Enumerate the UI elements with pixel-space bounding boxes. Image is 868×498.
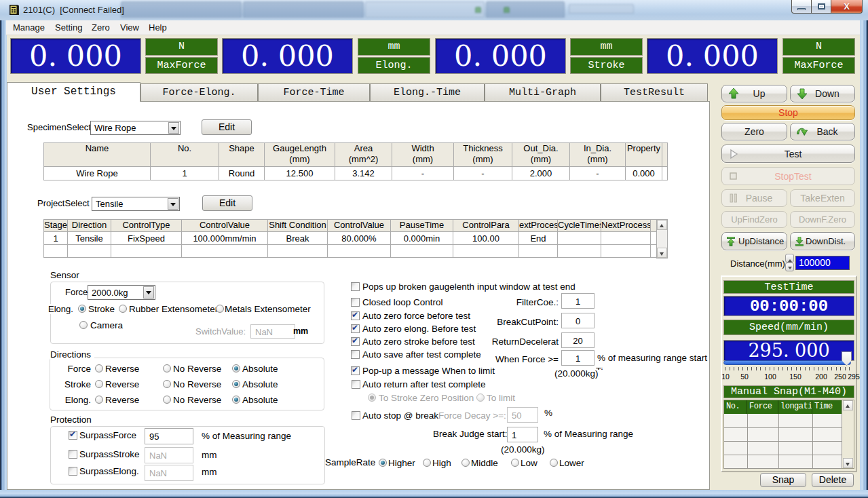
checkbox-surpasselong[interactable] [69, 467, 77, 476]
checkbox-option-6[interactable] [351, 366, 360, 375]
downdist-button[interactable]: DownDist. [790, 232, 855, 250]
sensor-group-title: Sensor [50, 270, 83, 280]
project-edit-button[interactable]: Edit [202, 195, 252, 211]
tab-testresult[interactable]: TestResult [601, 83, 708, 102]
scroll-down-icon[interactable] [657, 248, 667, 258]
project-table-row[interactable]: 1TensileFixSpeed100.000mm/minBreak80.000… [44, 232, 657, 245]
background-window-ghost [121, 1, 242, 18]
radio-elong-reverse[interactable] [95, 396, 103, 404]
param-input[interactable]: 1 [561, 350, 595, 366]
distance-input[interactable]: 100000 [795, 256, 850, 270]
radio-samplerate-lower[interactable] [550, 459, 558, 467]
checkbox-option-2[interactable] [351, 311, 360, 320]
menu-item-help[interactable]: Help [149, 22, 167, 33]
dropdown-arrow-icon[interactable] [143, 286, 154, 299]
scroll-up-icon[interactable] [843, 400, 853, 410]
back-button[interactable]: Back [790, 123, 855, 140]
switch-value-input[interactable]: NaN [250, 324, 295, 339]
dropdown-arrow-icon[interactable] [168, 122, 179, 134]
specimen-table-row[interactable]: Wire Rope1Round12.5003.142--2.000-0.000 [44, 167, 668, 180]
maximize-button[interactable] [812, 0, 831, 14]
force-decay-input[interactable]: 50 [507, 407, 538, 423]
radio-force-reverse[interactable] [95, 364, 103, 372]
radio-force-no-reverse[interactable] [163, 364, 171, 372]
radio-to-stroke-zero[interactable] [368, 394, 376, 402]
dropdown-arrow-icon[interactable] [168, 198, 178, 210]
menu-item-manage[interactable]: Manage [13, 22, 45, 33]
checkbox-option-4[interactable] [351, 337, 360, 346]
snap-button[interactable]: Snap [760, 473, 806, 487]
test-button[interactable]: Test [721, 145, 855, 163]
specimen-select-combo[interactable]: Wire Rope [90, 121, 181, 135]
param-input[interactable]: 1 [561, 293, 595, 309]
delete-button[interactable]: Delete [812, 473, 854, 487]
scroll-down-icon[interactable] [843, 458, 853, 468]
param-input[interactable]: 20 [561, 332, 595, 348]
tab-force-time[interactable]: Force-Time [258, 83, 370, 102]
checkbox-option-0[interactable] [351, 282, 360, 291]
radio-samplerate-higher[interactable] [379, 459, 387, 467]
tab-elong-time[interactable]: Elong.-Time [370, 83, 485, 102]
radio-stroke-absolute[interactable] [232, 380, 240, 388]
radio-force-absolute[interactable] [232, 364, 240, 372]
project-table-scrollbar[interactable] [656, 219, 668, 258]
protection-unit-label: % of Measuring range [202, 431, 291, 441]
stop-button[interactable]: Stop [721, 105, 855, 120]
speed-slider-track[interactable] [723, 360, 851, 365]
protection-value-input[interactable]: NaN [145, 447, 193, 463]
zero-button[interactable]: Zero [721, 123, 787, 140]
project-table-row[interactable] [44, 245, 657, 258]
protection-value-input[interactable]: 95 [145, 428, 193, 444]
checkbox-option-5[interactable] [351, 350, 360, 359]
radio-to-limit[interactable] [476, 394, 485, 402]
distance-spin-down[interactable] [785, 263, 794, 271]
close-button[interactable]: X [831, 0, 863, 14]
project-col-header: ControlValue [328, 220, 391, 232]
radio-elong-no-reverse[interactable] [163, 396, 171, 404]
tab-force-elong-[interactable]: Force-Elong. [140, 83, 258, 102]
force-sensor-combo[interactable]: 2000.0kg [88, 285, 155, 300]
checkbox-auto-stop[interactable] [352, 411, 360, 420]
project-col-header: Direction [68, 220, 111, 232]
distance-spin-up[interactable] [785, 254, 794, 263]
checkbox-option-1[interactable] [351, 298, 360, 307]
project-select-combo[interactable]: Tensile [92, 197, 180, 211]
checkbox-surpassforce[interactable] [69, 431, 77, 440]
protection-group-title: Protection [50, 415, 95, 425]
radio-elong-stroke[interactable] [78, 305, 86, 313]
radio-samplerate-low[interactable] [511, 459, 519, 467]
takeexten-button-label: TakeExten [800, 193, 844, 204]
snap-table-scrollbar[interactable] [842, 400, 854, 468]
sample-rate-label: SampleRate [325, 457, 375, 467]
radio-elong-camera[interactable] [79, 321, 88, 329]
updistance-button[interactable]: UpDistance [721, 232, 787, 250]
minimize-button[interactable] [791, 0, 812, 14]
arrow-down-bar-icon [794, 236, 805, 247]
radio-elong-metals-extensometer[interactable] [216, 305, 224, 313]
break-judge-input[interactable]: 1 [507, 427, 538, 442]
slider-tick [756, 367, 757, 370]
menu-item-setting[interactable]: Setting [55, 22, 82, 33]
param-input[interactable]: 0 [561, 313, 595, 328]
down-button[interactable]: Down [790, 85, 855, 102]
menu-item-view[interactable]: View [120, 22, 139, 33]
checkbox-auto-return[interactable] [352, 380, 360, 389]
menu-item-zero[interactable]: Zero [92, 22, 110, 33]
close-icon: X [844, 1, 850, 12]
tab-user-settings[interactable]: User Settings [7, 82, 140, 102]
radio-stroke-no-reverse[interactable] [163, 380, 171, 388]
scroll-up-icon[interactable] [657, 220, 667, 230]
slider-tick [774, 367, 774, 370]
up-button[interactable]: Up [721, 85, 787, 102]
specimen-edit-button[interactable]: Edit [202, 119, 252, 135]
radio-elong-rubber-extensometer[interactable] [119, 305, 127, 313]
protection-value-input[interactable]: NaN [145, 465, 193, 481]
radio-samplerate-high[interactable] [423, 459, 431, 467]
speed-display: 295. 000 [723, 340, 854, 361]
checkbox-option-3[interactable] [351, 324, 360, 333]
radio-stroke-reverse[interactable] [95, 380, 103, 388]
tab-multi-graph[interactable]: Multi-Graph [485, 83, 601, 102]
checkbox-surpassstroke[interactable] [69, 450, 77, 459]
radio-elong-absolute[interactable] [232, 396, 240, 404]
radio-samplerate-middle[interactable] [461, 459, 470, 467]
